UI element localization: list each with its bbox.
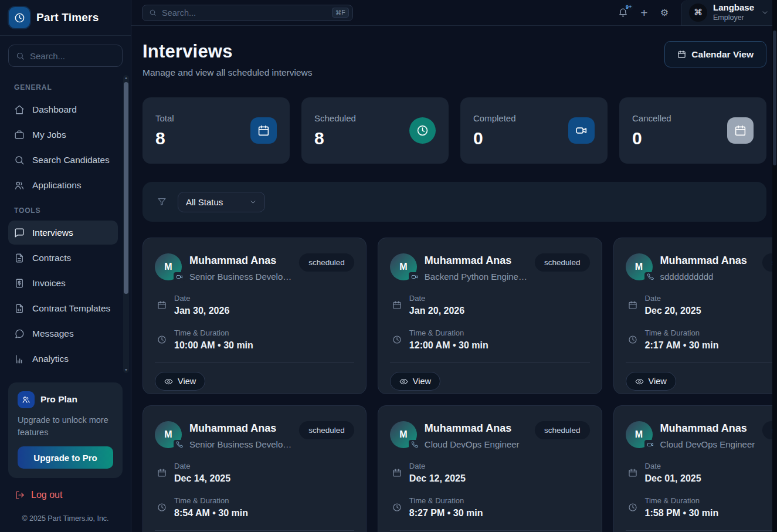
view-button[interactable]: View <box>626 372 676 391</box>
logout-button[interactable]: Log out <box>8 478 123 509</box>
calendar-icon <box>392 300 402 310</box>
message-circle-icon <box>14 328 25 339</box>
content: Interviews Manage and view all scheduled… <box>131 26 777 532</box>
eye-icon <box>164 377 173 386</box>
calendar-view-button[interactable]: Calendar View <box>664 41 766 67</box>
date-label: Date <box>645 462 701 470</box>
stat-value: 8 <box>155 128 174 148</box>
stat-value: 0 <box>473 128 516 148</box>
divider <box>390 362 590 363</box>
time-label: Time & Duration <box>645 496 719 505</box>
stat-label: Completed <box>473 113 516 123</box>
settings-button[interactable]: ⚙ <box>660 8 669 18</box>
sidebar-item-analytics[interactable]: Analytics <box>8 347 118 371</box>
sidebar-item-my-jobs[interactable]: My Jobs <box>8 123 118 147</box>
time-label: Time & Duration <box>174 496 248 505</box>
avatar-initial: M <box>635 429 643 440</box>
interview-type-badge <box>174 272 185 281</box>
sidebar-item-invoices[interactable]: Invoices <box>8 271 118 295</box>
add-button[interactable]: + <box>640 6 647 19</box>
status-badge: scheduled <box>299 421 354 439</box>
interview-date: Jan 20, 2026 <box>409 306 464 316</box>
page-title: Interviews <box>142 41 313 62</box>
stat-label: Scheduled <box>314 113 356 123</box>
interview-card: M Muhammad Anas Senior Business Develo… <box>142 238 367 394</box>
avatar-initial: M <box>164 262 172 272</box>
file-template-icon <box>14 303 25 314</box>
phone-icon <box>411 441 418 448</box>
stat-value: 8 <box>314 128 356 148</box>
calendar-icon <box>157 468 167 477</box>
status-filter-select[interactable]: All Status <box>178 192 265 212</box>
sidebar-item-dashboard[interactable]: Dashboard <box>8 97 118 121</box>
sidebar-scrollbar-thumb[interactable] <box>124 82 128 294</box>
candidate-name: Muhammad Anas <box>189 422 291 435</box>
calendar-icon <box>628 300 637 310</box>
interview-date: Dec 14, 2025 <box>174 473 230 484</box>
clock-icon <box>157 503 167 512</box>
calendar-icon <box>628 468 637 477</box>
interview-type-badge <box>409 272 420 281</box>
divider <box>626 362 777 363</box>
interview-time: 8:27 PM • 30 min <box>409 508 483 519</box>
job-title: Senior Business Develo… <box>189 439 291 449</box>
scroll-down-arrow-icon[interactable]: ▼ <box>123 367 129 373</box>
pro-plan-description: Upgrade to unlock more features <box>18 414 113 439</box>
page-scrollbar-thumb[interactable] <box>773 31 776 165</box>
briefcase-icon <box>14 130 25 140</box>
stat-card-cancelled: Cancelled 0 <box>619 97 766 164</box>
user-menu[interactable]: ⌘ Langbase Employer <box>681 0 777 26</box>
sidebar-item-contracts[interactable]: Contracts <box>8 246 118 270</box>
candidate-name: Muhammad Anas <box>425 422 527 435</box>
interview-date: Dec 12, 2025 <box>409 473 466 484</box>
video-icon <box>176 273 183 280</box>
divider <box>390 530 590 531</box>
avatar: M <box>626 253 653 280</box>
interview-type-badge <box>409 440 420 449</box>
clock-icon <box>409 117 436 144</box>
app-root: Part Timers Search... GENERAL Dashboard … <box>0 0 777 532</box>
user-name: Langbase <box>713 2 754 13</box>
job-title: sdddddddddd <box>660 272 755 282</box>
view-button[interactable]: View <box>155 372 205 391</box>
interview-type-badge <box>644 440 656 449</box>
date-label: Date <box>645 294 701 303</box>
notifications-button[interactable]: 9+ <box>618 8 628 18</box>
sidebar-item-applications[interactable]: Applications <box>8 173 118 197</box>
view-button[interactable]: View <box>390 372 440 391</box>
clock-icon <box>628 503 637 512</box>
sidebar-scrollbar[interactable]: ▲ ▼ <box>123 75 129 373</box>
sidebar-item-contract-templates[interactable]: Contract Templates <box>8 296 118 320</box>
interviews-grid: M Muhammad Anas Senior Business Develo… <box>142 238 766 532</box>
users-icon <box>18 391 35 408</box>
chart-icon <box>14 354 25 364</box>
document-icon <box>14 253 25 263</box>
sidebar-item-search-candidates[interactable]: Search Candidates <box>8 148 118 172</box>
sidebar-item-interviews[interactable]: Interviews <box>8 221 118 245</box>
copyright-footer: © 2025 Part Timers.io, Inc. <box>8 509 123 525</box>
avatar: M <box>390 253 417 280</box>
stat-value: 0 <box>632 128 671 148</box>
upgrade-to-pro-button[interactable]: Upgrade to Pro <box>18 446 113 469</box>
job-title: Senior Business Develo… <box>189 272 291 282</box>
date-label: Date <box>409 462 466 470</box>
date-label: Date <box>174 294 229 303</box>
candidate-name: Muhammad Anas <box>660 422 755 435</box>
status-filter-value: All Status <box>186 197 223 207</box>
sidebar-search-input[interactable]: Search... <box>8 45 123 67</box>
avatar: M <box>155 253 182 280</box>
page-scrollbar[interactable] <box>772 0 777 532</box>
interview-date: Dec 01, 2025 <box>645 473 701 484</box>
job-title: Backend Python Engine… <box>425 272 527 282</box>
global-search-input[interactable]: Search... ⌘F <box>142 5 353 21</box>
users-icon <box>14 180 25 191</box>
phone-icon <box>176 441 183 448</box>
time-label: Time & Duration <box>645 328 719 337</box>
time-label: Time & Duration <box>409 328 488 337</box>
search-icon <box>14 155 25 165</box>
divider <box>155 530 354 531</box>
nav-section-general: GENERAL <box>14 83 112 92</box>
sidebar-item-messages[interactable]: Messages <box>8 321 118 345</box>
scroll-up-arrow-icon[interactable]: ▲ <box>123 75 129 81</box>
sidebar: Part Timers Search... GENERAL Dashboard … <box>0 0 131 532</box>
